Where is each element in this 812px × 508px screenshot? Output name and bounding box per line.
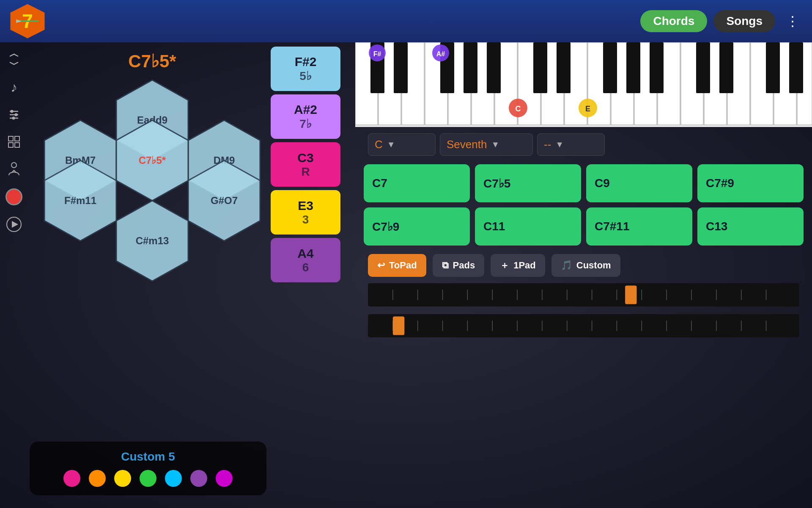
- svg-rect-94: [625, 285, 636, 304]
- svg-text:E: E: [585, 105, 590, 113]
- pads-button[interactable]: ⧉ Pads: [433, 254, 485, 277]
- chord-strip-4[interactable]: A4 6: [271, 238, 340, 282]
- svg-text:C: C: [516, 105, 521, 113]
- topad-icon: ↩: [377, 260, 385, 271]
- menu-dots-icon[interactable]: ⋮: [782, 9, 804, 33]
- type-value: Seventh: [447, 138, 487, 151]
- svg-rect-59: [487, 42, 501, 93]
- chord-strip-0[interactable]: F#2 5♭: [271, 47, 340, 91]
- sidebar-person-icon[interactable]: [5, 161, 22, 178]
- svg-rect-58: [464, 42, 477, 93]
- svg-text:G#O7: G#O7: [211, 195, 238, 206]
- sidebar: ♪: [0, 42, 27, 508]
- sidebar-grid-icon[interactable]: [5, 133, 22, 150]
- svg-text:F#: F#: [373, 50, 381, 58]
- sidebar-music-icon[interactable]: ♪: [5, 78, 22, 95]
- chord-strip-2[interactable]: C3 R: [271, 142, 340, 187]
- chord-strip-name-1: A#2: [294, 102, 317, 117]
- svg-rect-66: [719, 42, 733, 93]
- horizontal-slider[interactable]: [368, 283, 799, 306]
- color-dots-row: [42, 470, 254, 487]
- selected-chord-label: C7♭5*: [30, 51, 275, 72]
- chord-strip-num-2: R: [301, 165, 310, 179]
- chord-grid: C7C7♭5C9C7#9C7♭9C11C7#11C13: [364, 164, 804, 246]
- chord-strip-name-0: F#2: [295, 55, 317, 69]
- piano-keyboard[interactable]: White keys pattern: [355, 42, 812, 127]
- header-right: Chords Songs ⋮: [640, 9, 804, 33]
- custom-icon: 🎵: [561, 260, 572, 271]
- type-selector[interactable]: Seventh ▼: [440, 133, 533, 156]
- color-dot-3[interactable]: [140, 470, 156, 487]
- chord-strip-num-4: 6: [302, 261, 309, 274]
- color-dot-6[interactable]: [216, 470, 233, 487]
- svg-text:A#: A#: [436, 50, 445, 58]
- chord-strip-name-3: E3: [298, 199, 313, 213]
- chord-strip-3[interactable]: E3 3: [271, 190, 340, 235]
- topad-button[interactable]: ↩ ToPad: [368, 254, 426, 277]
- svg-rect-60: [533, 42, 547, 93]
- chord-grid-cell-1-3[interactable]: C13: [697, 207, 804, 246]
- chord-strip-num-1: 7♭: [299, 117, 312, 131]
- logo[interactable]: 7: [8, 2, 47, 40]
- root-dropdown-arrow[interactable]: ▼: [387, 140, 395, 149]
- chord-strips-column: F#2 5♭ A#2 7♭ C3 R E3 3 A4 6: [271, 47, 345, 282]
- custom-button[interactable]: 🎵 Custom: [551, 254, 620, 277]
- svg-rect-68: [789, 42, 803, 93]
- svg-marker-19: [12, 221, 18, 228]
- modifier-selector[interactable]: -- ▼: [537, 133, 605, 156]
- color-dot-2[interactable]: [114, 470, 131, 487]
- sidebar-expand-icon[interactable]: [5, 51, 22, 68]
- svg-point-10: [12, 117, 15, 120]
- svg-text:C#m13: C#m13: [136, 235, 169, 246]
- chord-grid-cell-0-1[interactable]: C7♭5: [475, 164, 581, 202]
- svg-rect-61: [557, 42, 571, 93]
- chord-grid-cell-0-2[interactable]: C9: [586, 164, 692, 202]
- svg-rect-111: [393, 316, 404, 335]
- hex-cell-cshm13[interactable]: C#m13: [116, 201, 188, 281]
- sliders-area: [364, 283, 804, 337]
- onepad-button[interactable]: ＋ 1Pad: [491, 254, 545, 277]
- sidebar-play-button[interactable]: [5, 216, 22, 233]
- svg-rect-64: [650, 42, 664, 93]
- root-selector[interactable]: C ▼: [368, 133, 436, 156]
- root-value: C: [375, 138, 383, 151]
- svg-rect-63: [626, 42, 640, 93]
- svg-rect-56: [394, 42, 408, 93]
- svg-rect-12: [15, 136, 19, 141]
- chord-grid-cell-1-2[interactable]: C7#11: [586, 207, 692, 246]
- chord-strip-1[interactable]: A#2 7♭: [271, 94, 340, 139]
- chord-strip-num-3: 3: [302, 213, 309, 226]
- hex-pad-area: C7♭5* Eadd9 BmM7 DM9 C7♭5*: [30, 51, 275, 300]
- svg-rect-11: [8, 136, 13, 141]
- svg-text:C7♭5*: C7♭5*: [139, 155, 166, 166]
- svg-text:♪: ♪: [11, 80, 17, 94]
- type-dropdown-arrow[interactable]: ▼: [491, 140, 499, 149]
- custom-panel-title: Custom 5: [42, 450, 254, 464]
- chord-grid-cell-0-0[interactable]: C7: [364, 164, 470, 202]
- chord-selector-row: C ▼ Seventh ▼ -- ▼: [364, 133, 804, 156]
- sidebar-tune-icon[interactable]: [5, 106, 22, 123]
- sidebar-record-button[interactable]: [5, 188, 22, 205]
- svg-point-6: [10, 110, 13, 113]
- chord-strip-name-2: C3: [297, 151, 313, 165]
- hex-grid[interactable]: Eadd9 BmM7 DM9 C7♭5* F#m11: [30, 76, 275, 300]
- color-dot-5[interactable]: [190, 470, 207, 487]
- chord-grid-cell-1-0[interactable]: C7♭9: [364, 207, 470, 246]
- chord-grid-cell-0-3[interactable]: C7#9: [697, 164, 804, 202]
- color-dot-4[interactable]: [165, 470, 182, 487]
- svg-rect-13: [8, 143, 13, 147]
- color-dot-1[interactable]: [89, 470, 106, 487]
- svg-point-15: [11, 163, 16, 168]
- chord-grid-cell-1-1[interactable]: C11: [475, 207, 581, 246]
- controls-area: C ▼ Seventh ▼ -- ▼ C7C7♭5C9C7#9C7♭9C11C7…: [355, 127, 812, 350]
- pads-icon: ⧉: [442, 260, 449, 271]
- chord-strip-num-0: 5♭: [299, 69, 312, 83]
- header: 7 Chords Songs ⋮: [0, 0, 812, 42]
- modifier-dropdown-arrow[interactable]: ▼: [555, 140, 564, 149]
- svg-point-8: [14, 113, 17, 116]
- chords-button[interactable]: Chords: [640, 10, 707, 32]
- onepad-icon: ＋: [500, 259, 509, 272]
- color-dot-0[interactable]: [63, 470, 80, 487]
- songs-button[interactable]: Songs: [713, 10, 775, 32]
- vertical-slider[interactable]: [368, 314, 799, 337]
